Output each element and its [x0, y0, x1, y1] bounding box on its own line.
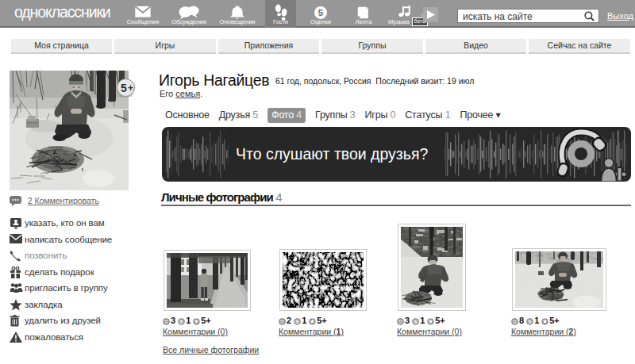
svg-text:5: 5 [296, 318, 299, 324]
svg-text:5: 5 [529, 318, 532, 324]
svg-text:5: 5 [414, 318, 418, 324]
svg-text:5: 5 [121, 82, 127, 94]
svg-text:+: + [128, 82, 133, 94]
svg-text:5: 5 [180, 318, 183, 324]
svg-text:5: 5 [318, 7, 324, 17]
